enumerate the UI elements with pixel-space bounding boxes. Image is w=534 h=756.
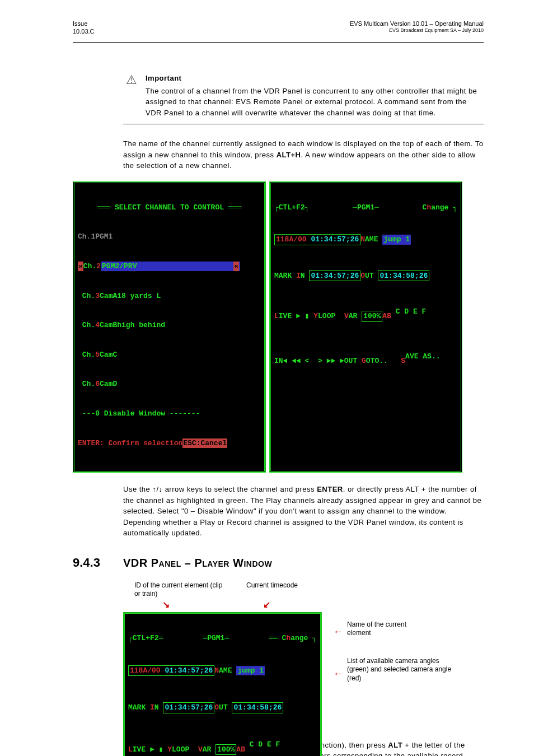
section-heading: 9.4.3 VDR Panel – Player Window [73, 556, 484, 570]
page: Issue 10.03.C EVS Multicam Version 10.01… [0, 0, 534, 756]
channel-row[interactable]: Ch.1 PGM1 [78, 232, 261, 242]
select-channel-panel: ═══ SELECT CHANNEL TO CONTROL ═══ Ch.1 P… [73, 181, 266, 473]
arrow-icon: ↙ [263, 599, 270, 610]
arrow-icon: ↘ [162, 599, 170, 610]
terminal-row: ═══ SELECT CHANNEL TO CONTROL ═══ Ch.1 P… [73, 181, 484, 473]
issue-value: 10.03.C [73, 27, 95, 35]
kbd-alt-h: ALT+H [277, 151, 301, 159]
arrow-icon: ← [333, 668, 343, 680]
vdr-panel-figure: ┌CTL+F2═ ═PGM1═ ══ Change ┐ 118A/00 01:3… [123, 612, 322, 756]
header-rule [73, 42, 484, 43]
header-left: Issue 10.03.C [73, 20, 95, 36]
paragraph-2: Use the ↑/↓ arrow keys to select the cha… [123, 484, 484, 539]
vdr-hotkey: CTL+F2 [279, 203, 305, 212]
vdr-channel: PGM1 [357, 203, 374, 212]
header-right: EVS Multicam Version 10.01 – Operating M… [350, 20, 484, 34]
callout-body: The control of a channel from the VDR Pa… [146, 86, 484, 119]
disable-window-row[interactable]: ---0 Disable Window ------- [78, 409, 261, 419]
annotation-id: ID of the current element (clip or train… [134, 581, 229, 599]
annotation-name: Name of the current element [347, 620, 425, 638]
kbd-alt: ALT [388, 741, 402, 749]
kbd-enter: ENTER [317, 485, 343, 493]
select-panel-title: SELECT CHANNEL TO CONTROL [115, 203, 224, 212]
transport-row[interactable]: IN◄ ◄◄ < > ►► ►OUT GOTO.. SAVE AS.. [274, 352, 457, 371]
cancel-button[interactable]: ESC:Cancel [182, 438, 227, 449]
channel-row[interactable]: Ch.6 CamD [78, 379, 261, 389]
confirm-row: ENTER: Confirm selection ESC:Cancel [78, 438, 261, 449]
mark-out-value[interactable]: 01:34:58;26 [378, 270, 429, 282]
channel-row[interactable]: Ch.3 CamA 18 yards L [78, 291, 261, 301]
vdr-panel: ┌CTL+F2┐ ─PGM1─ Change ┐ 118A/00 01:34:5… [269, 181, 462, 473]
annotation-tc: Current timecode [246, 581, 298, 590]
clip-name-input[interactable]: jump 1 [382, 235, 411, 245]
header-subtitle: EVS Broadcast Equipment SA – July 2010 [350, 27, 484, 34]
warning-icon: ⚠ [123, 73, 140, 118]
issue-label: Issue [73, 20, 95, 27]
channel-row[interactable]: Ch.5 CamC [78, 350, 261, 360]
section-number: 9.4.3 [73, 556, 123, 570]
paragraph-1: The name of the channel currently assign… [123, 138, 484, 171]
important-callout: ⚠ Important The control of a channel fro… [123, 73, 484, 124]
section-title: VDR Panel – Player Window [123, 557, 272, 570]
channel-row-selected[interactable]: »Ch.2 PGM2/PRV« [78, 262, 261, 272]
mark-in-value[interactable]: 01:34:57;26 [309, 270, 360, 282]
channel-row[interactable]: Ch.4 CamB high behind [78, 320, 261, 330]
header-title: EVS Multicam Version 10.01 – Operating M… [350, 20, 484, 27]
current-timecode: 01:34:57;26 [311, 235, 359, 244]
callout-title: Important [146, 73, 484, 84]
annotated-figure: ID of the current element (clip or train… [123, 581, 484, 710]
clip-id: 118A/00 [276, 235, 307, 244]
annotation-angles: List of available camera angles (green) … [347, 657, 459, 683]
arrow-icon: ← [333, 626, 343, 638]
